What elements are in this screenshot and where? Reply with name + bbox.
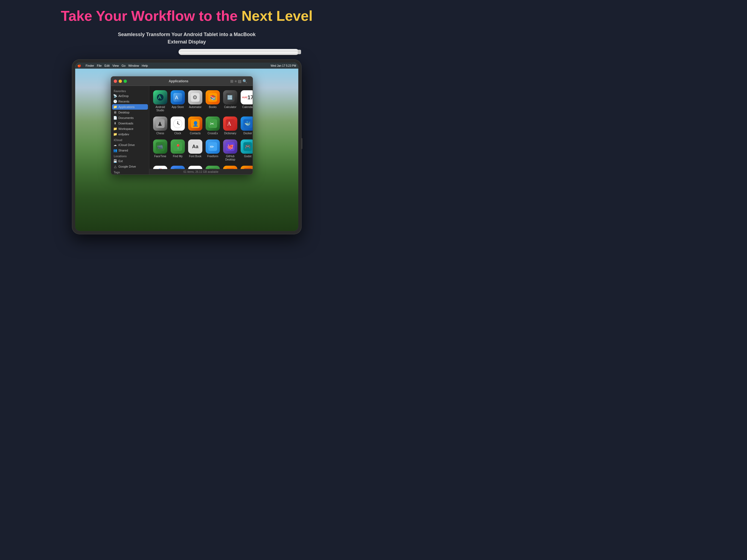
calculator-icon: 🔢: [223, 90, 237, 104]
menubar: 🍎 Finder File Edit View Go Window Help W…: [75, 62, 298, 69]
svg-text:📍: 📍: [175, 144, 181, 150]
dictionary-icon: A: [223, 117, 237, 131]
svg-text:🐙: 🐙: [227, 143, 234, 150]
menu-finder[interactable]: Finder: [85, 64, 94, 67]
app-chess[interactable]: ♟ Chess: [152, 115, 169, 137]
enfpdev-icon: 📁: [113, 132, 117, 136]
subtitle-line1: Seamlessly Transform Your Android Tablet…: [118, 32, 255, 37]
tags-label: Tags: [111, 169, 149, 175]
clock-label: Clock: [174, 132, 181, 135]
close-button[interactable]: [114, 80, 117, 83]
app-freeform[interactable]: ✏ Freeform: [205, 138, 221, 163]
ext-icon: 💾: [113, 159, 117, 163]
app-fontbook[interactable]: Aa Font Book: [187, 138, 203, 163]
menu-window[interactable]: Window: [128, 64, 139, 67]
headline: Take Your Workflow to the Next Level: [61, 8, 313, 28]
app-findmy[interactable]: 📍 Find My: [170, 138, 186, 163]
automator-label: Automator: [189, 105, 202, 109]
app-dictionary[interactable]: A Dictionary: [222, 115, 238, 137]
sidebar-item-shared[interactable]: 👥 Shared: [111, 148, 149, 153]
app-app-store[interactable]: A App Store: [170, 88, 186, 114]
sidebar-item-recents[interactable]: 🕐 Recents: [111, 99, 149, 104]
finder-titlebar: Applications ⊞ ≡ ▤ 🔍: [111, 77, 253, 86]
svg-text:📚: 📚: [210, 95, 216, 101]
chess-icon: ♟: [153, 117, 168, 131]
sidebar-item-desktop[interactable]: 🖥 Desktop: [111, 110, 149, 115]
menu-go[interactable]: Go: [122, 64, 126, 67]
subtitle: Seamlessly Transform Your Android Tablet…: [118, 31, 255, 46]
sidebar-item-enfpdev[interactable]: 📁 enfpdev: [111, 131, 149, 137]
headline-pink: Take Your Workflow to the: [61, 8, 242, 24]
svg-text:⚙: ⚙: [192, 94, 198, 100]
enfpdev-label: enfpdev: [119, 133, 129, 136]
sidebar-item-airdrop[interactable]: 📡 AirDrop: [111, 93, 149, 99]
maximize-button[interactable]: [124, 80, 127, 83]
app-docker[interactable]: 🐳 Docker: [239, 115, 253, 137]
app-facetime[interactable]: 📹 FaceTime: [152, 138, 169, 163]
recents-icon: 🕐: [113, 100, 117, 103]
svg-text:🔢: 🔢: [227, 95, 233, 100]
sidebar-item-applications[interactable]: 📁 Applications: [112, 104, 148, 110]
app-godot[interactable]: 🎮 Godot: [239, 138, 253, 163]
svg-text:A: A: [158, 95, 161, 100]
app-android-studio[interactable]: A Android Studio: [152, 88, 169, 114]
app-books[interactable]: 📚 Books: [205, 88, 221, 114]
downloads-icon: ⬇: [113, 121, 117, 125]
subtitle-line2: External Display: [168, 39, 206, 45]
crossex-label: CrossEx: [208, 132, 218, 135]
apple-pencil: [179, 49, 299, 55]
recents-label: Recents: [119, 100, 129, 103]
ipad-frame: 🍎 Finder File Edit View Go Window Help W…: [72, 59, 302, 234]
app-contacts[interactable]: 👤 Contacts: [187, 115, 203, 137]
menu-file[interactable]: File: [97, 64, 102, 67]
icloud-label: iCloud: [111, 137, 149, 142]
finder-title: Applications: [129, 79, 229, 83]
menubar-datetime: Wed Jan 17 5:23 PM: [271, 64, 296, 67]
menu-edit[interactable]: Edit: [104, 64, 110, 67]
godot-icon: 🎮: [241, 139, 253, 154]
calculator-label: Calculator: [224, 105, 236, 109]
finder-sidebar: Favorites 📡 AirDrop 🕐 Recents 📁 Applicat…: [111, 86, 149, 175]
svg-text:A: A: [227, 121, 231, 127]
sidebar-item-google-drive[interactable]: △ Google Drive: [111, 164, 149, 169]
google-drive-sidebar-label: Google Drive: [119, 165, 136, 168]
column-view-icon[interactable]: ▤: [238, 79, 241, 83]
sidebar-item-icloud-drive[interactable]: ☁ iCloud Drive: [111, 142, 149, 148]
app-store-icon: A: [171, 90, 185, 104]
app-crossex[interactable]: ✂ CrossEx: [205, 115, 221, 137]
list-view-icon[interactable]: ≡: [235, 79, 237, 83]
app-github-desktop[interactable]: 🐙 GitHub Desktop: [222, 138, 238, 163]
app-calendar[interactable]: AUG 17 Calendar: [239, 88, 253, 114]
app-clock[interactable]: Clock: [170, 115, 186, 137]
apps-grid: A Android Studio A App Store: [152, 88, 250, 175]
menubar-right: Wed Jan 17 5:23 PM: [271, 64, 296, 67]
app-automator[interactable]: ⚙ Automator: [187, 88, 203, 114]
app-calculator[interactable]: 🔢 Calculator: [222, 88, 238, 114]
sidebar-item-documents[interactable]: 📄 Documents: [111, 115, 149, 121]
contacts-label: Contacts: [190, 132, 200, 135]
google-drive-sidebar-icon: △: [113, 164, 117, 169]
calendar-label: Calendar: [242, 105, 253, 109]
finder-body: Favorites 📡 AirDrop 🕐 Recents 📁 Applicat…: [111, 86, 253, 175]
documents-label: Documents: [119, 116, 134, 120]
search-icon[interactable]: 🔍: [242, 79, 247, 83]
menubar-left: 🍎 Finder File Edit View Go Window Help: [77, 64, 148, 68]
airdrop-label: AirDrop: [119, 94, 129, 98]
books-icon: 📚: [206, 90, 220, 104]
facetime-icon: 📹: [153, 139, 168, 154]
facetime-label: FaceTime: [154, 155, 166, 158]
headline-yellow: Next Level: [241, 8, 312, 24]
menu-view[interactable]: View: [112, 64, 119, 67]
minimize-button[interactable]: [119, 80, 122, 83]
shared-label: Shared: [119, 149, 128, 152]
sidebar-item-workspace[interactable]: 📁 Workspace: [111, 126, 149, 131]
sidebar-item-ext[interactable]: 💾 Ext: [111, 158, 149, 164]
fontbook-icon: Aa: [188, 139, 202, 154]
sidebar-item-downloads[interactable]: ⬇ Downloads: [111, 121, 149, 126]
svg-point-15: [177, 123, 178, 124]
menu-help[interactable]: Help: [141, 64, 148, 67]
apple-menu-icon[interactable]: 🍎: [77, 64, 81, 68]
view-icon[interactable]: ⊞: [230, 79, 233, 83]
icloud-drive-label: iCloud Drive: [119, 143, 135, 147]
workspace-icon: 📁: [113, 127, 117, 131]
